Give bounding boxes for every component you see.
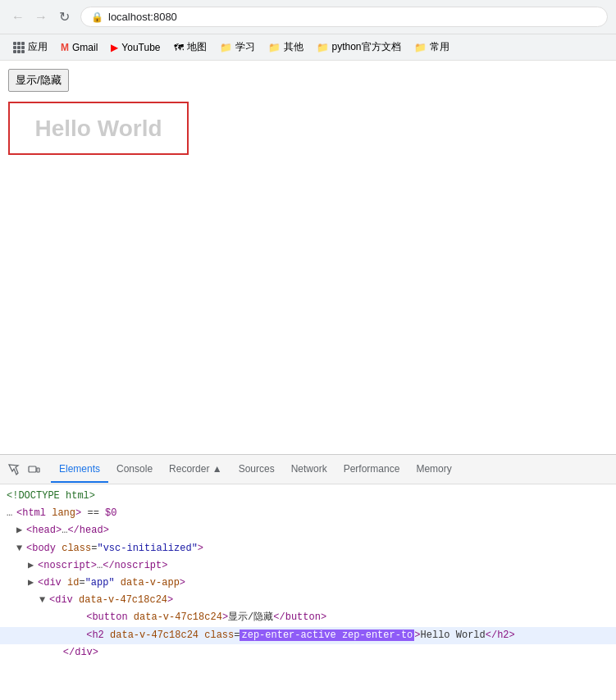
device-toolbar-icon[interactable] (26, 462, 41, 477)
bookmark-maps[interactable]: 🗺 地图 (169, 38, 212, 57)
folder-study-icon: 📁 (220, 42, 232, 53)
gmail-label: Gmail (72, 42, 98, 53)
code-doctype[interactable]: <!DOCTYPE html> (0, 488, 616, 505)
maps-icon: 🗺 (174, 42, 184, 53)
devtools-tabs: Elements Console Recorder ▲ Sources Netw… (0, 455, 616, 484)
bookmark-gmail[interactable]: M Gmail (56, 39, 103, 56)
code-div-47[interactable]: ▼ <div data-v-47c18c24> (0, 592, 616, 609)
folder-other-icon: 📁 (268, 42, 281, 53)
bookmarks-bar: 应用 M Gmail ▶ YouTube 🗺 地图 📁 学习 📁 其他 📁 py… (0, 34, 616, 61)
bookmark-python[interactable]: 📁 python官方文档 (312, 38, 406, 57)
tab-sources[interactable]: Sources (230, 457, 283, 483)
common-label: 常用 (430, 40, 449, 54)
bookmark-common[interactable]: 📁 常用 (409, 38, 454, 57)
folder-common-icon: 📁 (414, 42, 427, 53)
forward-button[interactable]: → (31, 7, 51, 27)
code-noscript[interactable]: ▶ <noscript>…</noscript> (0, 557, 616, 575)
code-html[interactable]: … <html lang> == $0 (0, 505, 616, 522)
tab-performance[interactable]: Performance (335, 457, 408, 483)
expand-div-47: ▼ (39, 593, 49, 608)
svg-rect-1 (37, 468, 39, 472)
bookmark-other[interactable]: 📁 其他 (263, 38, 308, 57)
svg-rect-0 (29, 466, 36, 472)
reload-button[interactable]: ↻ (54, 7, 74, 27)
code-h2[interactable]: <h2 data-v-47c18c24 class=zep-enter-acti… (0, 627, 616, 644)
code-head[interactable]: ▶ <head>…</head> (0, 522, 616, 539)
expand-body: ▼ (16, 541, 26, 557)
apps-icon (13, 42, 25, 53)
browser-toolbar: ← → ↻ 🔒 localhost:8080 (0, 0, 616, 34)
expand-head: ▶ (16, 523, 26, 539)
code-div-app[interactable]: ▶ <div id="app" data-v-app> (0, 575, 616, 592)
tab-console[interactable]: Console (108, 457, 161, 483)
address-bar[interactable]: 🔒 localhost:8080 (80, 7, 608, 27)
tab-memory[interactable]: Memory (408, 457, 459, 483)
expand-html: … (7, 506, 16, 521)
code-button[interactable]: <button data-v-47c18c24>显示/隐藏</button> (0, 609, 616, 626)
url-text: localhost:8080 (108, 11, 177, 23)
page-content: 显示/隐藏 Hello World (0, 61, 616, 454)
lock-icon: 🔒 (91, 11, 103, 23)
study-label: 学习 (235, 40, 255, 54)
back-button[interactable]: ← (8, 7, 28, 27)
devtools-icon-group (7, 462, 41, 477)
bookmark-youtube[interactable]: ▶ YouTube (106, 39, 165, 56)
folder-python-icon: 📁 (317, 42, 329, 53)
inspect-element-icon[interactable] (7, 462, 21, 477)
youtube-label: YouTube (121, 42, 160, 53)
toggle-button[interactable]: 显示/隐藏 (8, 69, 69, 92)
devtools-panel: Elements Console Recorder ▲ Sources Netw… (0, 454, 616, 657)
gmail-icon: M (61, 42, 69, 53)
bookmark-apps[interactable]: 应用 (8, 38, 52, 57)
devtools-content[interactable]: <!DOCTYPE html> … <html lang> == $0 ▶ <h… (0, 484, 616, 657)
doctype-text: <!DOCTYPE html> (7, 489, 95, 504)
hello-world-box: Hello World (8, 102, 189, 155)
other-label: 其他 (284, 40, 303, 54)
expand-noscript: ▶ (28, 558, 38, 574)
apps-label: 应用 (28, 40, 48, 54)
maps-label: 地图 (187, 40, 207, 54)
expand-div-app: ▶ (28, 575, 38, 591)
nav-buttons: ← → ↻ (8, 7, 74, 27)
youtube-icon: ▶ (111, 42, 118, 53)
python-label: python官方文档 (332, 40, 401, 54)
tab-recorder[interactable]: Recorder ▲ (161, 457, 230, 483)
code-body[interactable]: ▼ <body class="vsc-initialized"> (0, 540, 616, 557)
tab-elements[interactable]: Elements (51, 457, 108, 483)
bookmark-study[interactable]: 📁 学习 (215, 38, 260, 57)
hello-world-text: Hello World (34, 116, 162, 142)
tab-network[interactable]: Network (283, 457, 335, 483)
browser-chrome: ← → ↻ 🔒 localhost:8080 应用 M (0, 0, 616, 657)
code-div-close[interactable]: </div> (0, 644, 616, 657)
